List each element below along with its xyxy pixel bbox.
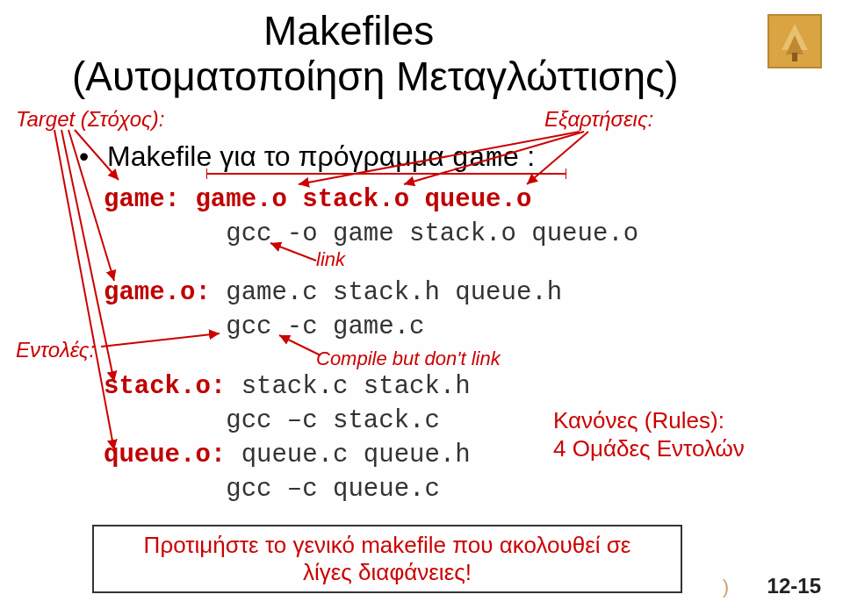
commands-label: Εντολές:: [16, 338, 95, 362]
code-line-4: gcc -c game.c: [104, 310, 638, 344]
code-line-5: stack.o: stack.c stack.h: [104, 369, 638, 404]
faded-text: ): [723, 576, 729, 598]
target-label: Target (Στόχος):: [16, 107, 164, 132]
code-line-2: gcc -o game stack.o queue.o: [104, 217, 638, 251]
title-line2: (Αυτοματοποίηση Μεταγλώττισης): [72, 53, 679, 100]
svg-rect-1: [792, 53, 797, 61]
title-line1: Makefiles: [263, 7, 434, 54]
compile-annotation: Compile but don't link: [316, 347, 501, 370]
svg-line-9: [527, 132, 588, 184]
rules-subtitle: 4 Ομάδες Εντολών: [553, 435, 745, 462]
highlight-line2: λίγες διαφάνειες!: [303, 559, 472, 586]
deps-label: Εξαρτήσεις:: [544, 107, 653, 132]
code-line-3: game.o: game.c stack.h queue.h: [104, 276, 638, 310]
link-annotation: link: [316, 248, 345, 271]
highlight-line1: Προτιμήστε το γενικό makefile που ακολου…: [144, 532, 631, 559]
code-gap-1: [104, 251, 638, 276]
bullet-prefix: Makefile για το πρόγραμμα: [107, 140, 451, 172]
tree-logo-icon: [764, 11, 825, 72]
code-line-8: gcc –c queue.c: [104, 472, 638, 506]
page-number: 12-15: [767, 574, 821, 598]
bullet-prog: game: [452, 142, 520, 175]
highlight-box: Προτιμήστε το γενικό makefile που ακολου…: [92, 525, 682, 593]
bullet-makefile: Makefile για το πρόγραμμα game :: [79, 140, 535, 175]
code-line-1: game: game.o stack.o queue.o: [104, 183, 638, 217]
rules-title: Κανόνες (Rules):: [553, 407, 724, 434]
bullet-suffix: :: [519, 140, 535, 172]
